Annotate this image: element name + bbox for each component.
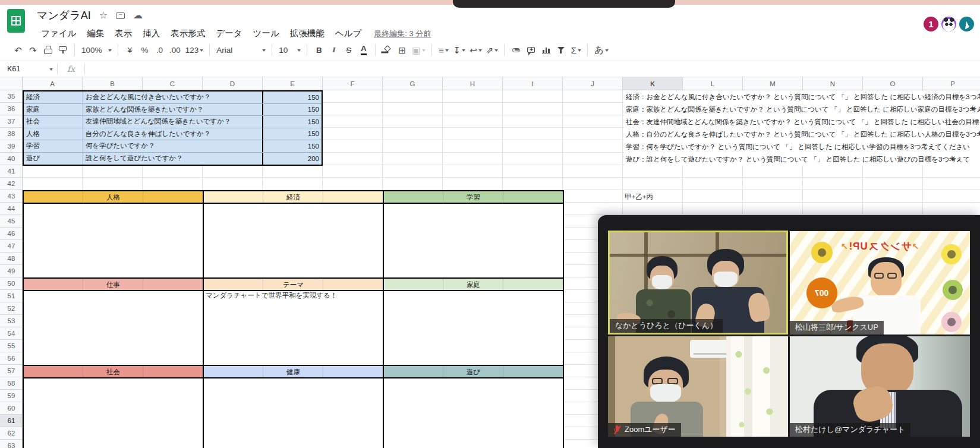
row-header-63[interactable]: 63 [0,440,23,448]
question-cell[interactable]: 何を学びたいですか？ [83,141,262,150]
menu-item-表示[interactable]: 表示 [109,27,137,40]
functions-button[interactable]: Σ▾ [568,42,583,58]
question-cell[interactable]: 誰と何をして遊びたいですか？ [83,154,262,163]
borders-button[interactable]: ⊞ [395,42,409,58]
value-cell[interactable]: 150 [262,128,322,140]
column-header-H[interactable]: H [443,77,503,90]
collaborator-number-avatar[interactable]: 1 [922,15,940,33]
row-header-56[interactable]: 56 [0,352,23,365]
video-tile-matsumura[interactable]: 松村たけし@マンダラチャート [790,336,970,437]
menu-item-挿入[interactable]: 挿入 [137,27,165,40]
question-table[interactable]: 経済お金とどんな風に付き合いたいですか？150家庭家族とどんな関係を築きたいです… [23,90,323,166]
category-cell[interactable]: 人格 [24,128,83,140]
row-header-54[interactable]: 54 [0,327,23,340]
last-edit-link[interactable]: 最終編集: 3 分前 [374,29,431,39]
column-header-E[interactable]: E [263,77,323,90]
bold-button[interactable]: B [311,42,326,58]
k-overflow-row-35[interactable]: 経済：お金とどんな風に付き合いたいですか？ という質問について 「」 と回答した… [624,91,980,103]
column-header-F[interactable]: F [323,77,383,90]
column-header-L[interactable]: L [683,77,743,90]
row-header-45[interactable]: 45 [0,215,23,228]
sheets-logo-icon[interactable] [7,9,25,33]
k-overflow-row-38[interactable]: 人格：自分のどんな良さを伸ばしたいですか？ という質問について 「」 と回答した… [624,128,980,140]
category-cell[interactable]: 経済 [24,92,83,103]
category-cell[interactable]: 遊び [24,153,83,165]
menu-item-ツール[interactable]: ツール [248,27,285,40]
mandala-block-社会[interactable]: 社会 [23,365,204,448]
row-header-52[interactable]: 52 [0,302,23,315]
cell-theme-d51[interactable]: マンダラチャートで世界平和を実現する！ [206,291,337,300]
column-header-C[interactable]: C [143,77,203,90]
print-button[interactable] [40,42,55,58]
question-row-37[interactable]: 社会友達仲間地域とどんな関係を築きたいですか？150 [24,116,322,128]
row-header-62[interactable]: 62 [0,427,23,440]
menu-item-表示形式[interactable]: 表示形式 [165,27,210,40]
zoom-select[interactable]: 100%▾ [79,42,114,58]
question-row-38[interactable]: 人格自分のどんな良さを伸ばしたいですか？150 [24,128,322,141]
sheet-title[interactable]: マンダラAI [37,8,91,23]
strikethrough-button[interactable]: S [341,42,356,58]
screen-share-tab[interactable] [453,0,675,8]
question-row-35[interactable]: 経済お金とどんな風に付き合いたいですか？150 [24,92,322,104]
row-header-51[interactable]: 51 [0,290,23,302]
cell-k43[interactable]: 甲+乙+丙 [625,191,653,203]
collaborator-bird-avatar[interactable] [958,15,975,33]
increase-decimal-button[interactable]: .00 [167,42,183,58]
row-header-43[interactable]: 43 [0,190,23,203]
row-header-57[interactable]: 57 [0,365,23,377]
k-overflow-row-39[interactable]: 学習：何を学びたいですか？ という質問について 「」 と回答した に相応しい学習… [624,141,980,153]
question-row-40[interactable]: 遊び誰と何をして遊びたいですか？200 [24,153,322,165]
italic-button[interactable]: I [326,42,341,58]
cloud-status-icon[interactable]: ☁ [133,11,143,20]
row-header-40[interactable]: 40 [0,153,23,165]
row-header-47[interactable]: 47 [0,240,23,253]
row-header-41[interactable]: 41 [0,165,23,178]
row-header-35[interactable]: 35 [0,90,23,103]
video-tile-zoom-user[interactable]: Zoomユーザー [608,336,788,437]
mandala-block-学習[interactable]: 学習 [383,190,564,279]
move-to-folder-icon[interactable] [116,12,125,19]
row-header-46[interactable]: 46 [0,228,23,240]
value-cell[interactable]: 150 [262,104,322,116]
column-header-I[interactable]: I [503,77,563,90]
category-cell[interactable]: 家庭 [24,104,83,116]
font-size-select[interactable]: 10▾ [276,42,302,58]
k-overflow-row-37[interactable]: 社会：友達仲間地域とどんな関係を築きたいですか？ という質問について 「」 と回… [624,116,980,128]
category-cell[interactable]: 学習 [24,140,83,152]
redo-button[interactable]: ↷ [26,42,40,58]
number-format-button[interactable]: 123▾ [183,42,206,58]
category-cell[interactable]: 社会 [24,116,83,128]
font-select[interactable]: Arial▾ [214,42,267,58]
value-cell[interactable]: 150 [262,140,322,152]
row-header-50[interactable]: 50 [0,277,23,290]
question-cell[interactable]: 友達仲間地域とどんな関係を築きたいですか？ [83,117,262,126]
horizontal-align-button[interactable]: ≡▾ [436,42,451,58]
vertical-align-button[interactable]: ↧▾ [451,42,468,58]
row-header-61[interactable]: 61 [0,415,23,427]
column-header-B[interactable]: B [83,77,143,90]
question-cell[interactable]: お金とどんな風に付き合いたいですか？ [83,93,262,102]
question-cell[interactable]: 自分のどんな良さを伸ばしたいですか？ [83,130,262,138]
mandala-block-遊び[interactable]: 遊び [383,365,564,448]
text-rotation-button[interactable]: ⇗▾ [484,42,500,58]
mandala-block-人格[interactable]: 人格 [23,190,204,279]
menu-item-ファイル[interactable]: ファイル [36,27,81,40]
question-row-36[interactable]: 家庭家族とどんな関係を築きたいですか？150 [24,104,322,116]
star-icon[interactable]: ☆ [99,11,108,20]
row-header-39[interactable]: 39 [0,140,23,153]
column-header-K[interactable]: K [623,77,683,90]
k-overflow-row-36[interactable]: 家庭：家族とどんな関係を築きたいですか？ という質問について 「」 と回答した … [624,103,980,115]
value-cell[interactable]: 200 [262,153,322,165]
row-header-38[interactable]: 38 [0,128,23,140]
question-row-39[interactable]: 学習何を学びたいですか？150 [24,140,322,153]
column-header-D[interactable]: D [203,77,263,90]
mandala-block-経済[interactable]: 経済 [203,190,384,279]
value-cell[interactable]: 150 [262,116,322,128]
mandala-block-仕事[interactable]: 仕事 [23,277,204,366]
menu-item-拡張機能[interactable]: 拡張機能 [285,27,330,40]
insert-comment-button[interactable] [524,42,538,58]
decrease-decimal-button[interactable]: .0 [152,42,167,58]
menu-item-データ[interactable]: データ [210,27,247,40]
fill-color-button[interactable] [380,42,395,58]
mandala-block-健康[interactable]: 健康 [203,365,384,448]
